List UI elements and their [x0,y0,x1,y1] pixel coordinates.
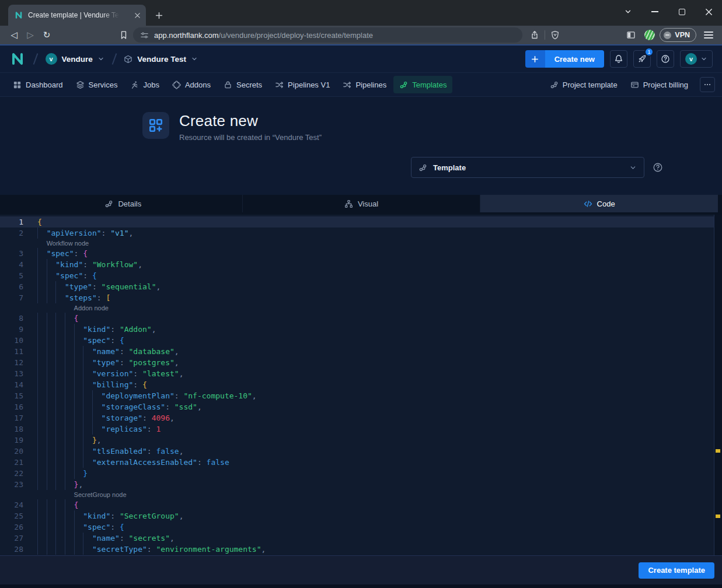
help-button[interactable] [657,50,674,68]
share-icon[interactable] [526,30,543,40]
code-line-12[interactable]: 12"type": "postgres", [0,357,722,368]
overview-ruler[interactable] [714,215,722,555]
forward-button[interactable]: ▷ [22,30,39,40]
code-line-13[interactable]: 13"version": "latest", [0,368,722,379]
code-line-18[interactable]: 18"replicas": 1 [0,424,722,435]
url-text[interactable]: app.northflank.com/u/vendure/project/dep… [154,31,373,40]
shuffle-icon [343,80,351,89]
line-number: 18 [0,424,23,435]
user-menu-button[interactable]: v [680,50,713,68]
breadcrumb-slash [111,53,116,64]
tab-details[interactable]: Details [4,195,242,212]
resource-type-select[interactable]: Template [411,157,644,178]
code-line-4[interactable]: 4"kind": "Workflow", [0,259,722,270]
nav-item-dashboard[interactable]: Dashboard [7,76,69,93]
code-line-2[interactable]: 2"apiVersion": "v1", [0,228,722,239]
chevron-down-icon[interactable] [629,164,637,172]
sidebar-toggle-icon[interactable] [622,30,640,40]
line-number: 24 [0,499,23,510]
code-line-16[interactable]: 16"storageClass": "ssd", [0,401,722,412]
codelens-label[interactable]: SecretGroup node [37,490,722,499]
code-line-24[interactable]: 24{ [0,499,722,510]
window-maximize-button[interactable] [668,0,695,23]
nav-item-secrets[interactable]: Secrets [218,76,268,93]
code-line-27[interactable]: 27"name": "secrets", [0,533,722,544]
browser-titlebar: Create template | Vendure Test | [0,0,722,26]
editor-tabs: DetailsVisualCode [4,195,718,212]
chevron-down-icon[interactable] [97,55,104,62]
line-number: 2 [0,228,23,239]
tab-code[interactable]: Code [480,195,718,212]
bookmark-icon[interactable] [116,30,132,40]
window-close-button[interactable] [695,0,722,23]
nav-item-label: Templates [412,80,447,89]
window-minimize-button[interactable] [641,0,668,23]
code-line-25[interactable]: 25"kind": "SecretGroup", [0,510,722,522]
line-number: 13 [0,368,23,379]
brave-shield-icon[interactable] [546,30,564,40]
extension-icon[interactable] [644,30,655,40]
codelens-label[interactable]: Workflow node [37,239,722,248]
page-title: Create new [179,112,322,130]
create-template-button[interactable]: Create template [639,562,714,579]
selector-help-icon[interactable] [653,162,663,173]
whats-new-button[interactable]: 1 [633,50,651,68]
code-line-1[interactable]: 1{ [0,216,722,228]
back-button[interactable]: ◁ [6,30,22,40]
breadcrumb-org[interactable]: v Vendure [46,53,104,65]
code-line-28[interactable]: 28"secretType": "environment-arguments", [0,544,722,555]
code-line-11[interactable]: 11"name": "database", [0,346,722,357]
code-line-8[interactable]: 8{ [0,313,722,324]
browser-tab[interactable]: Create template | Vendure Test | [8,5,146,26]
nav-item-label: Project billing [643,80,688,89]
tab-visual[interactable]: Visual [242,195,480,212]
nav-item-services[interactable]: Services [70,76,124,93]
rocket-icon [637,54,647,64]
notifications-button[interactable] [610,50,627,68]
plus-icon[interactable] [525,50,545,68]
code-line-10[interactable]: 10"spec": { [0,335,722,346]
code-line-6[interactable]: 6"type": "sequential", [0,281,722,292]
northflank-logo-icon[interactable] [9,51,26,67]
bell-icon [614,54,623,64]
code-line-7[interactable]: 7"steps": [ [0,292,722,303]
code-line-9[interactable]: 9"kind": "Addon", [0,324,722,335]
code-line-23[interactable]: 23}, [0,479,722,490]
code-line-17[interactable]: 17"storage": 4096, [0,412,722,424]
nav-item-pipelines-v1[interactable]: Pipelines V1 [269,76,336,93]
line-number: 1 [0,216,23,228]
nav-item-project-billing[interactable]: Project billing [625,76,694,93]
site-settings-icon[interactable] [140,31,149,40]
nav-item-pipelines[interactable]: Pipelines [337,76,392,93]
vpn-button[interactable]: VPN [660,28,696,42]
tab-search-chevron-icon[interactable] [615,0,641,23]
line-number: 12 [0,357,23,368]
code-line-22[interactable]: 22} [0,468,722,479]
create-new-button[interactable]: Create new [525,50,604,68]
reload-button[interactable]: ↻ [39,30,55,40]
toolbar-divider [545,30,545,40]
breadcrumb-project[interactable]: Vendure Test [124,55,198,64]
line-number: 27 [0,533,23,544]
tab-close-icon[interactable] [134,12,141,19]
code-editor[interactable]: 1{2"apiVersion": "v1",Workflow node3"spe… [0,215,722,555]
code-line-19[interactable]: 19}, [0,435,722,446]
url-bar[interactable]: app.northflank.com/u/vendure/project/dep… [133,27,522,43]
nav-item-jobs[interactable]: Jobs [124,76,165,93]
code-line-15[interactable]: 15"deploymentPlan": "nf-compute-10", [0,390,722,401]
codelens-label[interactable]: Addon node [37,303,722,313]
nav-item-project-template[interactable]: Project template [544,76,623,93]
code-line-5[interactable]: 5"spec": { [0,270,722,281]
code-line-3[interactable]: 3"spec": { [0,248,722,259]
nav-more-button[interactable] [700,77,715,92]
code-line-20[interactable]: 20"tlsEnabled": false, [0,446,722,457]
code-line-14[interactable]: 14"billing": { [0,379,722,390]
code-line-26[interactable]: 26"spec": { [0,522,722,533]
line-number: 20 [0,446,23,457]
browser-menu-icon[interactable] [701,32,716,38]
code-line-21[interactable]: 21"externalAccessEnabled": false [0,457,722,468]
nav-item-templates[interactable]: Templates [393,76,452,93]
new-tab-button[interactable] [151,7,167,23]
chevron-down-icon[interactable] [191,55,198,62]
nav-item-addons[interactable]: Addons [166,76,217,93]
